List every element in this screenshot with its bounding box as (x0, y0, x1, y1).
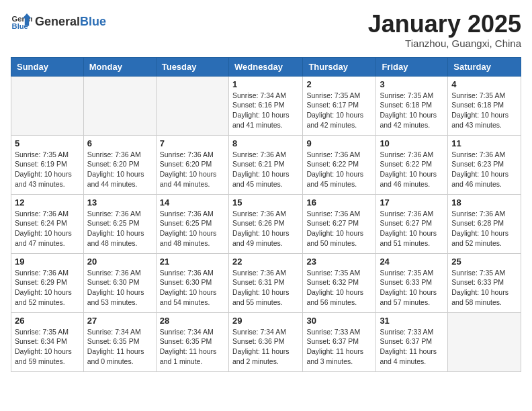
calendar-cell: 13Sunrise: 7:36 AM Sunset: 6:25 PM Dayli… (83, 194, 156, 253)
calendar-cell (83, 76, 156, 135)
day-info: Sunrise: 7:36 AM Sunset: 6:30 PM Dayligh… (87, 268, 152, 308)
day-number: 5 (15, 138, 80, 148)
calendar-cell: 19Sunrise: 7:36 AM Sunset: 6:29 PM Dayli… (11, 253, 84, 312)
calendar-cell (448, 312, 521, 371)
calendar-cell: 23Sunrise: 7:35 AM Sunset: 6:32 PM Dayli… (303, 253, 376, 312)
day-number: 25 (451, 257, 517, 267)
day-number: 12 (15, 197, 80, 208)
day-info: Sunrise: 7:36 AM Sunset: 6:30 PM Dayligh… (160, 268, 225, 308)
day-number: 10 (380, 138, 444, 148)
day-info: Sunrise: 7:36 AM Sunset: 6:26 PM Dayligh… (232, 209, 299, 248)
day-info: Sunrise: 7:33 AM Sunset: 6:37 PM Dayligh… (380, 327, 444, 367)
day-number: 31 (380, 316, 444, 326)
day-number: 6 (87, 138, 152, 148)
day-info: Sunrise: 7:34 AM Sunset: 6:35 PM Dayligh… (87, 327, 152, 367)
day-number: 20 (87, 257, 152, 267)
day-info: Sunrise: 7:35 AM Sunset: 6:33 PM Dayligh… (451, 268, 517, 308)
day-number: 3 (380, 79, 444, 89)
calendar-cell: 3Sunrise: 7:35 AM Sunset: 6:18 PM Daylig… (376, 76, 448, 135)
day-number: 30 (306, 316, 372, 326)
day-info: Sunrise: 7:35 AM Sunset: 6:34 PM Dayligh… (15, 327, 80, 367)
calendar-cell: 16Sunrise: 7:36 AM Sunset: 6:27 PM Dayli… (303, 194, 376, 253)
day-info: Sunrise: 7:33 AM Sunset: 6:37 PM Dayligh… (306, 327, 372, 367)
calendar-header-sunday: Sunday (11, 57, 84, 76)
logo: General Blue General Blue (11, 11, 106, 32)
calendar-cell: 4Sunrise: 7:35 AM Sunset: 6:18 PM Daylig… (448, 76, 521, 135)
day-info: Sunrise: 7:36 AM Sunset: 6:27 PM Dayligh… (306, 209, 372, 248)
calendar-cell: 5Sunrise: 7:35 AM Sunset: 6:19 PM Daylig… (11, 135, 84, 194)
day-info: Sunrise: 7:36 AM Sunset: 6:28 PM Dayligh… (451, 209, 517, 248)
calendar-cell: 9Sunrise: 7:36 AM Sunset: 6:22 PM Daylig… (303, 135, 376, 194)
calendar-cell: 24Sunrise: 7:35 AM Sunset: 6:33 PM Dayli… (376, 253, 448, 312)
day-info: Sunrise: 7:35 AM Sunset: 6:17 PM Dayligh… (306, 91, 372, 130)
day-number: 19 (15, 257, 80, 267)
calendar-cell: 31Sunrise: 7:33 AM Sunset: 6:37 PM Dayli… (376, 312, 448, 371)
day-info: Sunrise: 7:36 AM Sunset: 6:20 PM Dayligh… (160, 150, 225, 189)
day-info: Sunrise: 7:34 AM Sunset: 6:16 PM Dayligh… (232, 91, 299, 130)
calendar-cell: 6Sunrise: 7:36 AM Sunset: 6:20 PM Daylig… (83, 135, 156, 194)
location-subtitle: Tianzhou, Guangxi, China (368, 38, 521, 49)
day-number: 15 (232, 197, 299, 208)
calendar-cell: 28Sunrise: 7:34 AM Sunset: 6:35 PM Dayli… (156, 312, 228, 371)
day-info: Sunrise: 7:36 AM Sunset: 6:24 PM Dayligh… (15, 209, 80, 248)
day-number: 29 (232, 316, 299, 326)
month-title: January 2025 (368, 11, 521, 38)
week-row-4: 19Sunrise: 7:36 AM Sunset: 6:29 PM Dayli… (11, 253, 521, 312)
day-number: 13 (87, 197, 152, 208)
day-info: Sunrise: 7:36 AM Sunset: 6:22 PM Dayligh… (380, 150, 444, 189)
day-info: Sunrise: 7:36 AM Sunset: 6:21 PM Dayligh… (232, 150, 299, 189)
calendar-header-saturday: Saturday (448, 57, 521, 76)
calendar-cell: 8Sunrise: 7:36 AM Sunset: 6:21 PM Daylig… (228, 135, 302, 194)
day-number: 7 (160, 138, 225, 148)
day-number: 17 (380, 197, 444, 208)
svg-text:General: General (12, 15, 32, 23)
day-info: Sunrise: 7:36 AM Sunset: 6:25 PM Dayligh… (160, 209, 225, 248)
calendar-cell: 25Sunrise: 7:35 AM Sunset: 6:33 PM Dayli… (448, 253, 521, 312)
calendar-cell: 21Sunrise: 7:36 AM Sunset: 6:30 PM Dayli… (156, 253, 228, 312)
day-number: 1 (232, 79, 299, 89)
calendar-cell: 7Sunrise: 7:36 AM Sunset: 6:20 PM Daylig… (156, 135, 228, 194)
day-number: 18 (451, 197, 517, 208)
calendar-cell: 11Sunrise: 7:36 AM Sunset: 6:23 PM Dayli… (448, 135, 521, 194)
calendar-header-tuesday: Tuesday (156, 57, 228, 76)
day-info: Sunrise: 7:35 AM Sunset: 6:18 PM Dayligh… (451, 91, 517, 130)
day-number: 4 (451, 79, 517, 89)
day-number: 27 (87, 316, 152, 326)
week-row-5: 26Sunrise: 7:35 AM Sunset: 6:34 PM Dayli… (11, 312, 521, 371)
title-block: January 2025 Tianzhou, Guangxi, China (368, 11, 521, 49)
calendar-cell: 22Sunrise: 7:36 AM Sunset: 6:31 PM Dayli… (228, 253, 302, 312)
calendar-cell: 2Sunrise: 7:35 AM Sunset: 6:17 PM Daylig… (303, 76, 376, 135)
day-info: Sunrise: 7:36 AM Sunset: 6:22 PM Dayligh… (306, 150, 372, 189)
day-number: 28 (160, 316, 225, 326)
calendar-cell: 1Sunrise: 7:34 AM Sunset: 6:16 PM Daylig… (228, 76, 302, 135)
calendar-cell: 12Sunrise: 7:36 AM Sunset: 6:24 PM Dayli… (11, 194, 84, 253)
calendar-cell: 15Sunrise: 7:36 AM Sunset: 6:26 PM Dayli… (228, 194, 302, 253)
day-info: Sunrise: 7:36 AM Sunset: 6:29 PM Dayligh… (15, 268, 80, 308)
header: General Blue General Blue January 2025 T… (11, 11, 521, 49)
day-number: 2 (306, 79, 372, 89)
calendar-cell: 30Sunrise: 7:33 AM Sunset: 6:37 PM Dayli… (303, 312, 376, 371)
day-info: Sunrise: 7:36 AM Sunset: 6:20 PM Dayligh… (87, 150, 152, 189)
day-info: Sunrise: 7:34 AM Sunset: 6:36 PM Dayligh… (232, 327, 299, 367)
calendar-cell: 17Sunrise: 7:36 AM Sunset: 6:27 PM Dayli… (376, 194, 448, 253)
day-number: 11 (451, 138, 517, 148)
calendar-cell: 29Sunrise: 7:34 AM Sunset: 6:36 PM Dayli… (228, 312, 302, 371)
day-number: 8 (232, 138, 299, 148)
day-number: 21 (160, 257, 225, 267)
day-number: 23 (306, 257, 372, 267)
day-info: Sunrise: 7:36 AM Sunset: 6:25 PM Dayligh… (87, 209, 152, 248)
calendar-header-row: SundayMondayTuesdayWednesdayThursdayFrid… (11, 57, 521, 76)
logo-icon: General Blue (11, 11, 32, 32)
week-row-2: 5Sunrise: 7:35 AM Sunset: 6:19 PM Daylig… (11, 135, 521, 194)
calendar-header-wednesday: Wednesday (228, 57, 302, 76)
day-info: Sunrise: 7:36 AM Sunset: 6:27 PM Dayligh… (380, 209, 444, 248)
day-number: 14 (160, 197, 225, 208)
calendar-cell: 14Sunrise: 7:36 AM Sunset: 6:25 PM Dayli… (156, 194, 228, 253)
calendar-header-monday: Monday (83, 57, 156, 76)
day-info: Sunrise: 7:36 AM Sunset: 6:31 PM Dayligh… (232, 268, 299, 308)
logo-blue-text: Blue (80, 15, 106, 29)
calendar-table: SundayMondayTuesdayWednesdayThursdayFrid… (11, 57, 521, 372)
calendar-cell: 26Sunrise: 7:35 AM Sunset: 6:34 PM Dayli… (11, 312, 84, 371)
calendar-cell (11, 76, 84, 135)
day-info: Sunrise: 7:35 AM Sunset: 6:33 PM Dayligh… (380, 268, 444, 308)
